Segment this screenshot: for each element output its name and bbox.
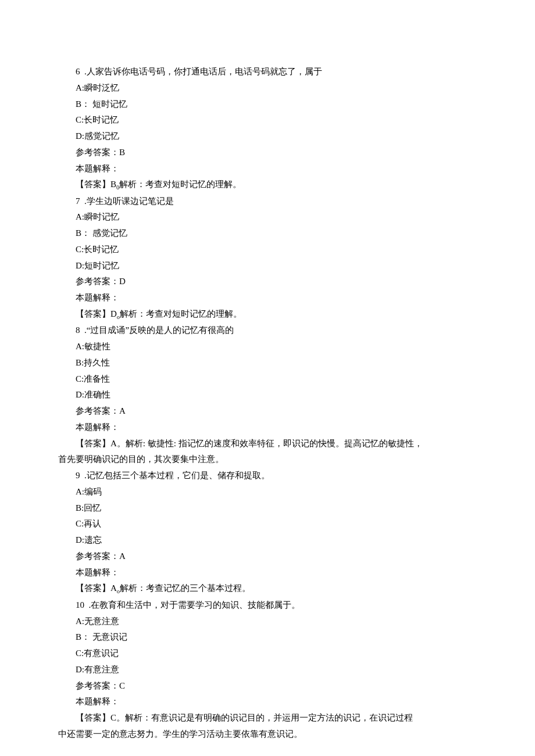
q10-explanation-line1: 【答案】C。解析：有意识记是有明确的识记目的，并运用一定方法的识记，在识记过程 [58, 710, 477, 726]
q6-number: 6 [76, 67, 80, 76]
q6-explanation: 【答案】B0解析：考查对短时记忆的理解。 [58, 177, 477, 193]
q7-option-d: D:短时记忆 [58, 258, 477, 274]
q10-option-c: C:有意识记 [58, 646, 477, 662]
q7-option-b: B： 感觉记忆 [58, 225, 477, 242]
q7-stem: .学生边听课边记笔记是 [84, 196, 174, 206]
q9-answer: 参考答案：A [58, 549, 477, 565]
q7-option-c: C:长时记忆 [58, 242, 477, 258]
q10-option-a: A:无意注意 [58, 614, 477, 630]
q8-stem: .“过目成诵”反映的是人的记忆有很高的 [84, 325, 234, 335]
q10-option-d: D:有意注意 [58, 662, 477, 678]
q8-option-a: A:敏捷性 [58, 339, 477, 355]
q9-expl-pre: 【答案】A [76, 583, 117, 593]
q8-option-c: C:准备性 [58, 371, 477, 388]
q9-expl-post: 解析：考查记忆的三个基本过程。 [120, 583, 251, 593]
q8-option-b: B:持久性 [58, 355, 477, 371]
q6-option-c: C:长时记忆 [58, 112, 477, 128]
q7-number: 7 [76, 196, 80, 206]
q7-b-text: 感觉记忆 [92, 228, 127, 238]
question-10: 10.在教育和生活中，对于需要学习的知识、技能都属于。 [58, 597, 477, 614]
q7-expl-post: 解析：考查对短时记忆的理解。 [120, 309, 242, 318]
q6-stem: .人家告诉你电话号码，你打通电话后，电话号码就忘了，属于 [84, 67, 322, 76]
q6-option-a: A:瞬时泛忆 [58, 80, 477, 96]
q10-explanation-line2: 中还需要一定的意志努力。学生的学习活动主要依靠有意识记。 [58, 726, 477, 743]
q7-answer: 参考答案：D [58, 274, 477, 290]
q9-option-c: C:再认 [58, 516, 477, 532]
q6-expl-header: 本题解释： [58, 161, 477, 177]
q9-expl-header: 本题解释： [58, 565, 477, 581]
q9-explanation: 【答案】Ao解析：考查记忆的三个基本过程。 [58, 581, 477, 597]
question-9: 9.记忆包括三个基本过程，它们是、储存和提取。 [58, 468, 477, 484]
q10-number: 10 [76, 600, 84, 610]
q9-option-d: D:遗忘 [58, 532, 477, 549]
q6-expl-pre: 【答案】B [76, 180, 116, 189]
question-8: 8.“过目成诵”反映的是人的记忆有很高的 [58, 323, 477, 339]
q6-b-text: 短时记忆 [92, 99, 127, 109]
q7-option-a: A:瞬时记忆 [58, 209, 477, 225]
q7-b-label: B： [76, 228, 90, 238]
q10-b-label: B： [76, 632, 90, 642]
q6-expl-post: 解析：考查对短时记忆的理解。 [119, 180, 241, 189]
q10-option-b: B： 无意识记 [58, 629, 477, 646]
q8-option-d: D:准确性 [58, 387, 477, 403]
q10-answer: 参考答案：C [58, 678, 477, 694]
question-6: 6.人家告诉你电话号码，你打通电话后，电话号码就忘了，属于 [58, 64, 477, 80]
question-7: 7.学生边听课边记笔记是 [58, 194, 477, 210]
q9-number: 9 [76, 471, 80, 480]
q8-number: 8 [76, 325, 80, 335]
q8-expl-header: 本题解释： [58, 420, 477, 436]
q6-answer: 参考答案：B [58, 145, 477, 161]
q6-option-b: B： 短时记忆 [58, 96, 477, 113]
q6-b-label: B： [76, 99, 90, 109]
q9-stem: .记忆包括三个基本过程，它们是、储存和提取。 [84, 471, 270, 480]
q10-b-text: 无意识记 [92, 632, 127, 642]
q10-stem: .在教育和生活中，对于需要学习的知识、技能都属于。 [89, 600, 301, 610]
q8-explanation-line1: 【答案】A。解析: 敏捷性: 指记忆的速度和效率特征，即识记的快慢。提高记忆的敏… [58, 436, 477, 452]
q9-option-b: B:回忆 [58, 500, 477, 517]
q9-option-a: A:编码 [58, 484, 477, 500]
q8-explanation-line2: 首先要明确识记的目的，其次要集中注意。 [58, 452, 477, 468]
q10-expl-header: 本题解释： [58, 694, 477, 710]
q7-explanation: 【答案】Do解析：考查对短时记忆的理解。 [58, 306, 477, 323]
q7-expl-header: 本题解释： [58, 290, 477, 306]
q8-answer: 参考答案：A [58, 403, 477, 420]
q6-option-d: D:感觉记忆 [58, 128, 477, 145]
q7-expl-pre: 【答案】D [76, 309, 117, 318]
